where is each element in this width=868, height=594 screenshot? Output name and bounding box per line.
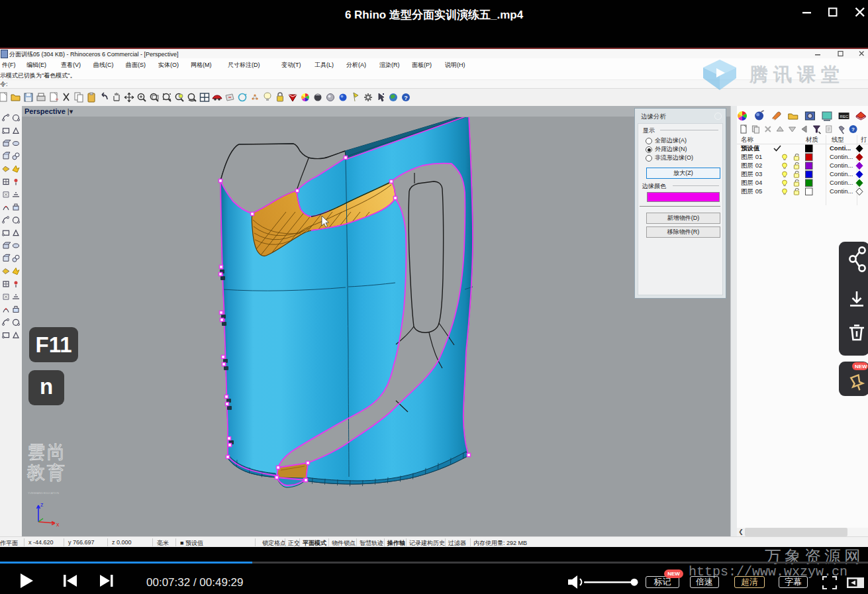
svg-text:z: z [40,501,44,508]
svg-text:腾讯课堂: 腾讯课堂 [749,64,845,85]
svg-text:?: ? [404,95,408,101]
svg-text:?: ? [851,126,855,132]
svg-text:NEW: NEW [855,364,867,370]
svg-text:REC: REC [840,115,849,119]
svg-text:x: x [56,521,60,528]
